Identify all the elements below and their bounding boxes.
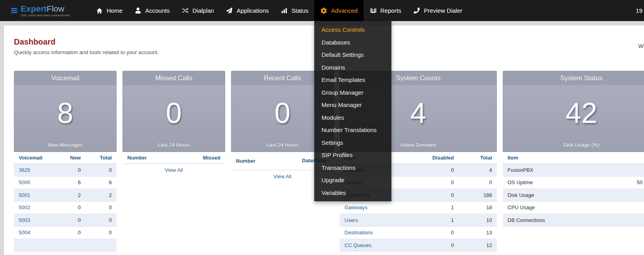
nav-item-status[interactable]: Status [275,0,315,21]
view-all-link[interactable]: View All [273,173,291,179]
menu-item-modules[interactable]: Modules [314,111,391,124]
table-row: Destinations 0 13 [340,227,497,239]
cell-disabled: 1 [411,217,459,223]
cell-new: 6 [54,179,86,185]
view-all-row: View All [123,164,225,176]
count-item-link[interactable]: Destinations [344,230,373,236]
column-header: Number [231,158,286,164]
menu-item-domains[interactable]: Domains [314,61,391,74]
table-row-partial [14,239,117,252]
nav-item-reports[interactable]: Reports [364,0,407,21]
cell-total: 6 [86,179,117,185]
menu-item-default-settings[interactable]: Default Settings [314,49,391,61]
phone-icon [413,8,420,14]
menu-item-email-templates[interactable]: Email Templates [314,74,391,86]
extension-link[interactable]: 5001 [19,192,30,198]
missed-calls-card-title: Missed Calls [123,71,225,85]
cell-disabled: 0 [411,192,459,198]
extension-link[interactable]: 5003 [19,217,30,223]
menu-item-databases[interactable]: Databases [314,36,391,49]
menu-item-sip-profiles[interactable]: SIP Profiles [314,149,391,162]
cell-total: 4 [459,167,497,173]
column-header: Disabled [411,155,459,161]
cell-disabled: 1 [411,204,459,210]
table-row: 5002 0 0 [14,202,117,214]
status-item: CPU Usage [503,204,632,210]
table-row: Users 1 10 [340,214,497,227]
extension-link[interactable]: 5002 [19,204,30,210]
table-row: OS Uptime 50 [503,177,644,189]
nav-item-dialplan[interactable]: Dialplan [176,0,220,21]
voicemail-card: Voicemail 8 New Messages Voicemail New T… [14,71,117,252]
brand-primary: Expert [21,4,47,13]
nav-item-accounts[interactable]: Accounts [128,0,176,21]
cell-disabled: 0 [411,179,459,185]
system-status-card: System Status 42 Disk Usage (%) Item Fus… [503,71,644,227]
bars-logo-icon [10,8,18,13]
navbar-right-text: 19 [636,0,642,21]
menu-item-group-manager[interactable]: Group Manager [314,86,391,99]
cell-disabled: 0 [411,242,459,248]
extension-link[interactable]: 5000 [19,179,30,185]
nav-item-advanced[interactable]: Advanced Access Controls Databases Defau… [314,0,364,21]
nav-item-applications[interactable]: Applications [220,0,275,21]
brand-name: ExpertFlow [21,4,70,13]
nav-item-label: Preview Dialer [424,7,463,14]
cell-total: 0 [86,167,117,173]
welcome-text-clipped: W [638,43,644,49]
table-row: 5003 0 0 [14,214,117,227]
system-status-stat-label: Disk Usage (%) [503,142,644,148]
table-row: CPU Usage [503,202,644,214]
table-row: DB Connections [503,214,644,227]
extension-link[interactable]: 3625 [19,167,30,173]
menu-item-access-controls[interactable]: Access Controls [314,23,391,36]
menu-item-upgrade[interactable]: Upgrade [314,174,391,187]
system-status-stat-panel: 42 Disk Usage (%) [503,85,644,152]
column-header: Missed [193,155,225,161]
cell-total: 10 [459,217,497,223]
table-row: 5001 2 2 [14,189,117,202]
column-header: Voicemail [14,155,54,161]
nav-item-preview-dialer[interactable]: Preview Dialer [407,0,469,21]
count-item-link[interactable]: Users [344,217,358,223]
menu-item-variables[interactable]: Variables [314,187,391,199]
cell-new: 2 [54,192,86,198]
voicemail-table-header: Voicemail New Total [14,152,117,164]
voicemail-stat-panel: 8 New Messages [14,85,117,152]
cell-total: 12 [459,242,497,248]
menu-item-settings[interactable]: Settings [314,136,391,149]
nav-item-label: Reports [380,7,401,14]
home-icon [96,8,103,14]
shuffle-icon [182,8,189,14]
nav-item-label: Dialplan [193,7,214,14]
count-item-link[interactable]: CC Queues [344,242,372,248]
status-value: 50 [632,179,644,185]
menu-item-transactions[interactable]: Transactions [314,162,391,174]
paper-plane-icon [226,8,233,14]
voicemail-stat-label: New Messages [14,142,116,148]
cell-new: 0 [54,204,86,210]
status-item: OS Uptime [503,179,632,185]
nav-item-label: Status [292,7,309,14]
cell-new: 0 [54,217,86,223]
column-header: Item [503,155,632,161]
main-nav: Home Accounts Dialplan Applications Stat… [90,0,468,21]
gear-icon [320,8,327,14]
missed-calls-stat-panel: 0 Last 24 Hours [123,85,225,152]
recent-calls-count: 0 [274,99,290,138]
app-logo[interactable]: ExpertFlow chat, voice and video contact… [0,4,86,17]
nav-item-home[interactable]: Home [90,0,128,21]
menu-item-number-translations[interactable]: Number Translations [314,124,391,136]
count-item-link[interactable]: Gateways [344,204,368,210]
menu-item-menu-manager[interactable]: Menu Manager [314,99,391,111]
table-row: CC Queues 0 12 [340,239,497,252]
cell-new: 0 [54,167,86,173]
brand-tagline: chat, voice and video contactcenter [21,14,70,17]
cell-total: 188 [459,192,497,198]
system-status-table-header: Item [503,152,644,164]
cell-total: 13 [459,230,497,236]
view-all-link[interactable]: View All [165,167,183,173]
cell-total: 0 [86,217,117,223]
extension-link[interactable]: 5004 [19,230,30,236]
column-header: New [54,155,86,161]
